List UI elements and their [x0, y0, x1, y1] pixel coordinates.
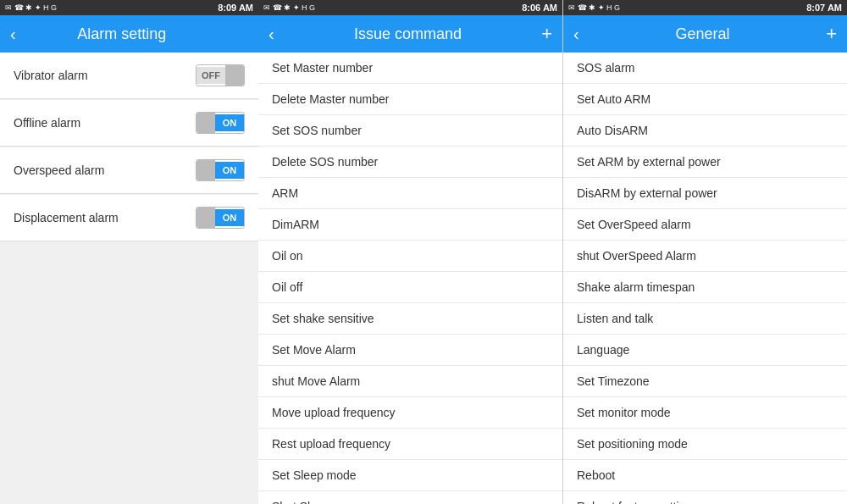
- general-item[interactable]: Set OverSpeed alarm: [563, 209, 847, 241]
- status-bar-3: ✉ ☎ ✱ ✦ H G 8:07 AM: [563, 0, 847, 15]
- status-time-3: 8:07 AM: [806, 3, 842, 13]
- toggle-displacement[interactable]: ON: [196, 207, 245, 229]
- toggle-label: ON: [215, 162, 244, 179]
- command-item[interactable]: Oil on: [258, 241, 562, 272]
- alarm-header: ‹ Alarm setting: [0, 15, 258, 53]
- command-item[interactable]: DimARM: [258, 209, 562, 241]
- status-bar-2: ✉ ☎ ✱ ✦ H G 8:06 AM: [258, 0, 562, 15]
- command-item[interactable]: Shut Sleep: [258, 491, 562, 504]
- panel-issue-command: ✉ ☎ ✱ ✦ H G 8:06 AM ‹ Issue command + Se…: [258, 0, 563, 504]
- command-item[interactable]: Set Master number: [258, 53, 562, 84]
- alarm-item-label: Vibrator alarm: [14, 69, 88, 82]
- toggle-slider: [225, 65, 244, 86]
- general-item[interactable]: SOS alarm: [563, 53, 847, 84]
- general-item[interactable]: Set ARM by external power: [563, 147, 847, 178]
- general-header: ‹ General +: [563, 15, 847, 53]
- general-item[interactable]: Listen and talk: [563, 303, 847, 335]
- general-list: SOS alarmSet Auto ARMAuto DisARMSet ARM …: [563, 53, 847, 504]
- panel-alarm-setting: ✉ ☎ ✱ ✦ H G 8:09 AM ‹ Alarm setting Vibr…: [0, 0, 258, 504]
- alarm-item[interactable]: Vibrator alarmOFF: [0, 53, 258, 99]
- general-item[interactable]: Shake alarm timespan: [563, 272, 847, 303]
- command-item[interactable]: Rest upload frequency: [258, 429, 562, 460]
- status-bar-alarm: ✉ ☎ ✱ ✦ H G 8:09 AM: [0, 0, 258, 15]
- command-item[interactable]: Set Move Alarm: [258, 335, 562, 366]
- panel-general: ✉ ☎ ✱ ✦ H G 8:07 AM ‹ General + SOS alar…: [563, 0, 847, 504]
- issue-command-title: Issue command: [274, 25, 541, 43]
- alarm-item-label: Offline alarm: [14, 116, 80, 130]
- general-item[interactable]: shut OverSpeed Alarm: [563, 241, 847, 272]
- command-item[interactable]: Set Sleep mode: [258, 460, 562, 491]
- general-title: General: [579, 25, 826, 43]
- general-item[interactable]: DisARM by external power: [563, 178, 847, 209]
- command-item[interactable]: shut Move Alarm: [258, 366, 562, 397]
- issue-command-back-button[interactable]: ‹: [268, 25, 274, 44]
- general-plus-button[interactable]: +: [826, 23, 837, 45]
- toggle-label: ON: [215, 114, 244, 131]
- toggle-slider: [197, 208, 215, 228]
- command-item[interactable]: ARM: [258, 178, 562, 209]
- command-item[interactable]: Set SOS number: [258, 115, 562, 147]
- toggle-label: ON: [215, 209, 244, 226]
- general-item[interactable]: Set Timezone: [563, 366, 847, 397]
- alarm-back-button[interactable]: ‹: [10, 25, 16, 44]
- alarm-list: Vibrator alarmOFFOffline alarmONOverspee…: [0, 53, 258, 504]
- command-item[interactable]: Delete SOS number: [258, 147, 562, 178]
- command-item[interactable]: Oil off: [258, 272, 562, 303]
- toggle-slider: [197, 113, 215, 133]
- alarm-item[interactable]: Displacement alarmON: [0, 195, 258, 241]
- toggle-offline[interactable]: ON: [196, 112, 245, 134]
- alarm-title: Alarm setting: [16, 25, 228, 43]
- general-item[interactable]: Reboot: [563, 460, 847, 491]
- alarm-item[interactable]: Overspeed alarmON: [0, 147, 258, 194]
- general-item[interactable]: Reboot factory settings: [563, 491, 847, 504]
- command-list: Set Master numberDelete Master numberSet…: [258, 53, 562, 504]
- issue-command-header: ‹ Issue command +: [258, 15, 562, 53]
- toggle-overspeed[interactable]: ON: [196, 159, 245, 181]
- alarm-item-label: Displacement alarm: [14, 211, 119, 224]
- toggle-slider: [197, 160, 215, 180]
- general-item[interactable]: Set monitor mode: [563, 397, 847, 429]
- general-item[interactable]: Language: [563, 335, 847, 366]
- general-back-button[interactable]: ‹: [573, 25, 579, 44]
- toggle-label: OFF: [197, 67, 225, 84]
- general-item[interactable]: Auto DisARM: [563, 115, 847, 147]
- command-item[interactable]: Delete Master number: [258, 84, 562, 115]
- alarm-item[interactable]: Offline alarmON: [0, 100, 258, 147]
- status-icons-3: ✉ ☎ ✱ ✦ H G: [568, 3, 620, 12]
- status-time-2: 8:06 AM: [522, 3, 557, 13]
- status-icons-2: ✉ ☎ ✱ ✦ H G: [263, 3, 315, 12]
- status-time-alarm: 8:09 AM: [218, 3, 253, 13]
- general-item[interactable]: Set positioning mode: [563, 429, 847, 460]
- general-item[interactable]: Set Auto ARM: [563, 84, 847, 115]
- status-icons-alarm: ✉ ☎ ✱ ✦ H G: [5, 3, 57, 12]
- command-item[interactable]: Set shake sensitive: [258, 303, 562, 335]
- toggle-vibrator[interactable]: OFF: [196, 64, 245, 86]
- alarm-item-label: Overspeed alarm: [14, 163, 104, 177]
- issue-command-plus-button[interactable]: +: [541, 23, 552, 45]
- command-item[interactable]: Move upload frequency: [258, 397, 562, 429]
